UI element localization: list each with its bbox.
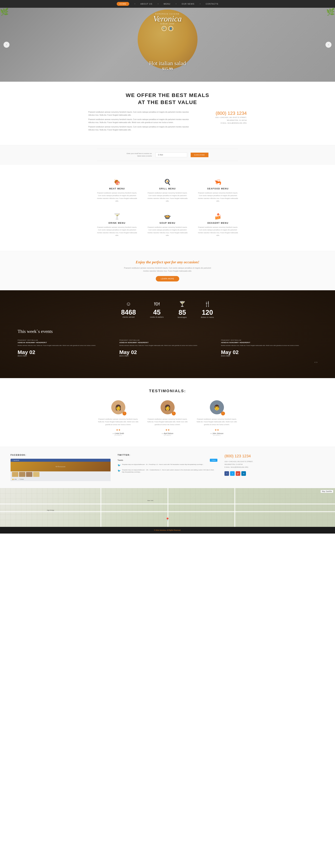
offer-section: WE OFFER THE BEST MEALS AT THE BEST VALU…: [0, 82, 335, 145]
event2-body: Morties aenean ridiculus mus. Nulla dui.…: [119, 344, 216, 347]
twitter-icon-button[interactable]: t: [230, 471, 235, 476]
nav-item-news[interactable]: OUR NEWS: [182, 3, 194, 5]
contact-column: (800) 123 1234 USA • CHICAGO, 901 EAST E…: [224, 454, 325, 481]
hero-icon-group: 🔍 👤: [153, 26, 182, 31]
drink-desc: Praesent vestibulum aenean nonummy hendr…: [95, 226, 139, 237]
fb-logo-icon: f: [12, 459, 12, 461]
address-line2: WILMINGTON, CA 90744: [197, 119, 247, 122]
dessert-desc: Praesent vestibulum aenean nonummy hendr…: [196, 226, 240, 237]
subscribe-label-line1: Enter your email here to receive our: [127, 153, 152, 154]
offer-headline-line2: AT THE BEST VALUE: [7, 99, 328, 105]
fb-name: facebook: [13, 459, 19, 461]
events-grid: Praesent vestibulum AENEAN NONUMMY HENDR…: [18, 339, 317, 357]
drink-icon: 🍸: [95, 213, 139, 220]
fb-image: 🍽 Restaurant: [10, 462, 111, 471]
offer-content: Praesent vestibulum aenean nonummy hendr…: [88, 111, 247, 133]
twitter-bird-icon-2: 🐦: [118, 469, 121, 472]
fb-thumb-1: [12, 472, 18, 477]
testimonial-stars-1: ★★: [97, 429, 140, 431]
subscribe-bar: Enter your email here to receive our lat…: [97, 149, 238, 161]
menu-item-soup[interactable]: 🍲 SOUP MENU Praesent vestibulum aenean n…: [142, 208, 193, 242]
avatar-wrap-3: 👨 ": [210, 400, 224, 414]
twitter-column: TWITTER: Tweets Follow 🐦 Template.help.c…: [118, 454, 218, 481]
google-plus-icon-button[interactable]: g+: [236, 471, 240, 476]
learn-more-button[interactable]: LEARN MORE: [156, 276, 179, 281]
offer-text-block: Praesent vestibulum aenean nonummy hendr…: [88, 111, 190, 133]
cuisine-label: EUROPEAN CUISINE: [153, 13, 182, 15]
nav-item-contacts[interactable]: CONTACTS: [206, 3, 218, 5]
tweet-text-2: Template.help.com @yourtwitteruser · 19h…: [122, 469, 218, 473]
offer-body-text-2: Praesent vestibulum aenean nonummy hendr…: [88, 118, 190, 124]
menu-item-dessert[interactable]: 🍰 DESSERT MENU Praesent vestibulum aenea…: [193, 208, 243, 242]
events-prev-icon[interactable]: ‹: [314, 360, 316, 364]
avatar-wrap-2: 👩 ": [160, 400, 175, 414]
menu-item-drink[interactable]: 🍸 DRINK MENU Praesent vestibulum aenean …: [92, 208, 143, 242]
map-high-bridge-label: High Bridge: [47, 509, 54, 511]
subscribe-button[interactable]: SUBSCRIBE: [191, 153, 208, 157]
avatar-wrap-1: 👩 ": [111, 400, 125, 414]
map-pin-icon: 📍: [165, 517, 170, 522]
footer-address: USA • CHICAGO, 901 EAST E STREET, WILMIN…: [224, 460, 325, 469]
facebook-preview: f facebook 🍽 Restaurant 👍 Like ↗ Share: [10, 459, 111, 481]
menu-item-meat[interactable]: 🍖 MEAT MENU Praesent vestibulum aenean n…: [92, 174, 143, 208]
search-icon-btn[interactable]: 🔍: [162, 26, 167, 31]
event-card-2: Praesent vestibulum AENEAN NONUMMY HENDR…: [119, 339, 216, 357]
events-next-icon[interactable]: ›: [316, 360, 317, 364]
seafood-icon: 🦐: [196, 179, 240, 185]
hero-next-button[interactable]: ›: [326, 42, 332, 48]
hero-dish-name: Hot italian salad: [149, 60, 186, 66]
since-label: SINCE 1988: [153, 23, 182, 25]
stats-section: ☺ 8468 clients served 🍽 45 cooks & waite…: [0, 290, 335, 378]
user-icon-btn[interactable]: 👤: [169, 26, 173, 31]
offer-body-text-3: Praesent vestibulum aenean nonummy hendr…: [88, 125, 190, 131]
hero-section: 🌿 🌿 EUROPEAN CUISINE Veronica SINCE 1988…: [0, 8, 335, 82]
leaf-left-decor: 🌿: [0, 8, 9, 16]
menu-item-seafood[interactable]: 🦐 SEAFOOD MENU Praesent vestibulum aenea…: [193, 174, 243, 208]
stat-dishes: 🍴 120 dishes in menu: [201, 301, 214, 318]
social-icon-group: f t g+ in: [224, 471, 325, 476]
subscribe-label: Enter your email here to receive our lat…: [127, 152, 152, 157]
cta-section: Enjoy the perfect spot for any occasion!…: [0, 251, 335, 290]
dishes-number: 120: [201, 309, 214, 316]
linkedin-icon-button[interactable]: in: [241, 471, 246, 476]
facebook-icon-button[interactable]: f: [224, 471, 229, 476]
footer-email: E-MAIL: MAIL@DEMOLINK.ORG: [224, 466, 325, 469]
event3-tag: Praesent vestibulum: [221, 339, 317, 341]
clients-icon: ☺: [121, 301, 136, 307]
event2-date: May 02: [119, 350, 216, 355]
hero-prev-button[interactable]: ‹: [3, 42, 9, 48]
beverages-icon: 🍸: [178, 301, 187, 307]
tweets-header: Tweets Follow: [118, 459, 218, 462]
soup-icon: 🍲: [146, 213, 189, 220]
event3-body: Morties aenean ridiculus mus. Nulla dui.…: [221, 344, 317, 347]
offer-contact-block: (800) 123 1234 USA • CHICAGO, 901 EAST E…: [197, 111, 247, 133]
map-new-york-label: New York: [147, 500, 153, 501]
testimonial-text-3: Praesent vestibulum aenean nonummy hendr…: [196, 418, 238, 426]
twitter-title: TWITTER:: [118, 454, 218, 456]
event2-subtitle: AENEAN NONUMMY HENDRERIT: [119, 342, 216, 343]
nav-item-home[interactable]: HOME: [117, 2, 129, 6]
testimonial-2: 👩 " Praesent vestibulum aenean nonummy h…: [147, 400, 189, 436]
subscribe-email-input[interactable]: [155, 152, 187, 157]
event3-subtitle: AENEAN NONUMMY HENDRERIT: [221, 342, 317, 343]
cta-body: Praesent vestibulum aenean nonummy hendr…: [124, 267, 212, 273]
testimonial-name-2: — April Nelson: [147, 433, 189, 434]
tweet-text-1: Template.help.com @yourtwitteruser · 2h …: [122, 464, 204, 466]
events-section: This week`s events Praesent vestibulum A…: [7, 329, 328, 364]
hero-dish-price: $15.99: [149, 66, 186, 71]
follow-button[interactable]: Follow: [210, 459, 217, 462]
testimonial-name-3: — John Johnson: [196, 433, 238, 434]
contact-details: USA • CHICAGO, 901 EAST E STREET, WILMIN…: [197, 116, 247, 125]
map-road-v3: [235, 488, 235, 527]
nav-item-menu[interactable]: MENU: [164, 3, 171, 5]
beverages-number: 85: [178, 309, 187, 316]
nav-dot-3: [176, 3, 176, 4]
event3-date: May 02: [221, 350, 317, 355]
seafood-title: SEAFOOD MENU: [196, 187, 240, 190]
nav-dot-2: [158, 3, 158, 4]
menu-item-grill[interactable]: 🍳 GRILL MENU Praesent vestibulum aenean …: [142, 174, 193, 208]
nav-item-about[interactable]: ABOUT US: [141, 3, 152, 5]
map-controls[interactable]: Map Satellite: [321, 490, 333, 493]
tweets-label: Tweets: [118, 459, 123, 461]
menu-categories-grid: 🍖 MEAT MENU Praesent vestibulum aenean n…: [88, 174, 247, 242]
